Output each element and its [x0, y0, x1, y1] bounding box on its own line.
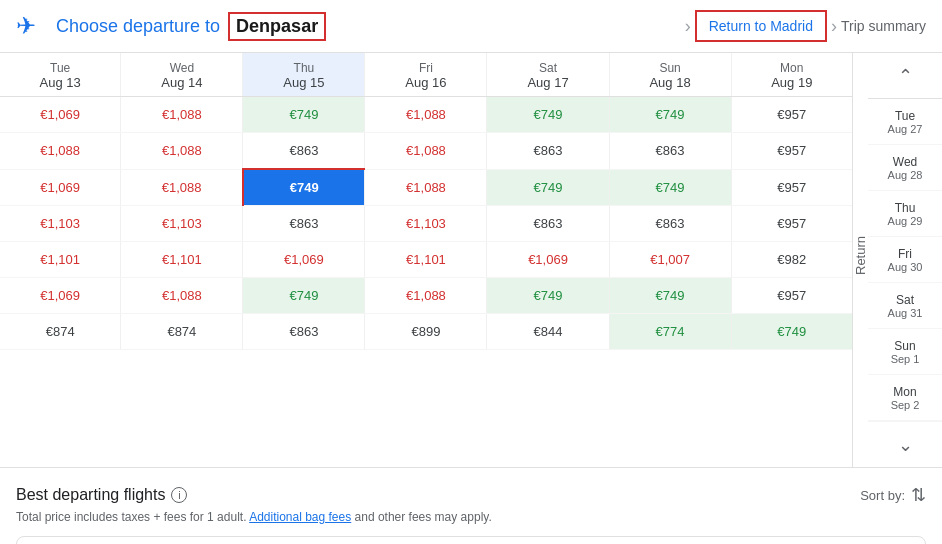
price-cell-0-3[interactable]: €1,088	[365, 97, 487, 133]
price-cell-5-2[interactable]: €749	[243, 278, 365, 314]
price-cell-2-0[interactable]: €1,069	[0, 169, 121, 206]
price-cell-4-1[interactable]: €1,101	[121, 242, 243, 278]
return-day-4: Sat	[896, 293, 914, 307]
destination-label: Denpasar	[228, 12, 326, 41]
price-cell-1-0[interactable]: €1,088	[0, 133, 121, 170]
price-cell-2-3[interactable]: €1,088	[365, 169, 487, 206]
col-date-2: Aug 15	[247, 75, 360, 90]
price-cell-5-3[interactable]: €1,088	[365, 278, 487, 314]
info-icon[interactable]: i	[171, 487, 187, 503]
price-row-4: €1,101€1,101€1,069€1,101€1,069€1,007€982	[0, 242, 852, 278]
bag-fees-link[interactable]: Additional bag fees	[249, 510, 351, 524]
price-cell-0-5[interactable]: €749	[609, 97, 731, 133]
return-date-1: Aug 28	[888, 169, 923, 181]
price-cell-6-4[interactable]: €844	[487, 314, 609, 350]
price-cell-2-1[interactable]: €1,088	[121, 169, 243, 206]
price-cell-3-4[interactable]: €863	[487, 206, 609, 242]
price-cell-5-6[interactable]: €957	[731, 278, 852, 314]
return-row-3[interactable]: FriAug 30	[868, 237, 942, 283]
price-grid-section: TueAug 13WedAug 14ThuAug 15FriAug 16SatA…	[0, 53, 942, 468]
col-date-1: Aug 14	[125, 75, 238, 90]
price-row-2: €1,069€1,088€749€1,088€749€749€957	[0, 169, 852, 206]
return-day-1: Wed	[893, 155, 917, 169]
price-cell-6-5[interactable]: €774	[609, 314, 731, 350]
return-day-6: Mon	[893, 385, 916, 399]
price-cell-3-5[interactable]: €863	[609, 206, 731, 242]
return-to-madrid-button[interactable]: Return to Madrid	[695, 10, 827, 42]
price-cell-5-4[interactable]: €749	[487, 278, 609, 314]
return-date-5: Sep 1	[891, 353, 920, 365]
grid-wrapper: TueAug 13WedAug 14ThuAug 15FriAug 16SatA…	[0, 53, 942, 467]
col-header-3[interactable]: FriAug 16	[365, 53, 487, 97]
price-cell-5-0[interactable]: €1,069	[0, 278, 121, 314]
col-header-4[interactable]: SatAug 17	[487, 53, 609, 97]
header-title: Choose departure to Denpasar	[56, 12, 673, 41]
return-day-3: Fri	[898, 247, 912, 261]
main-grid: TueAug 13WedAug 14ThuAug 15FriAug 16SatA…	[0, 53, 852, 467]
price-cell-4-0[interactable]: €1,101	[0, 242, 121, 278]
price-cell-0-4[interactable]: €749	[487, 97, 609, 133]
return-row-5[interactable]: SunSep 1	[868, 329, 942, 375]
return-row-6[interactable]: MonSep 2	[868, 375, 942, 421]
col-header-0[interactable]: TueAug 13	[0, 53, 121, 97]
price-cell-0-0[interactable]: €1,069	[0, 97, 121, 133]
col-day-2: Thu	[247, 61, 360, 75]
price-cell-1-3[interactable]: €1,088	[365, 133, 487, 170]
price-cell-1-5[interactable]: €863	[609, 133, 731, 170]
col-header-6[interactable]: MonAug 19	[731, 53, 852, 97]
price-cell-3-0[interactable]: €1,103	[0, 206, 121, 242]
col-header-2[interactable]: ThuAug 15	[243, 53, 365, 97]
price-cell-3-1[interactable]: €1,103	[121, 206, 243, 242]
price-cell-3-6[interactable]: €957	[731, 206, 852, 242]
price-cell-1-4[interactable]: €863	[487, 133, 609, 170]
return-row-2[interactable]: ThuAug 29	[868, 191, 942, 237]
return-date-3: Aug 30	[888, 261, 923, 273]
price-cell-2-6[interactable]: €957	[731, 169, 852, 206]
price-table: TueAug 13WedAug 14ThuAug 15FriAug 16SatA…	[0, 53, 852, 350]
price-cell-5-1[interactable]: €1,088	[121, 278, 243, 314]
subtitle-end: and other fees may apply.	[355, 510, 492, 524]
return-date-0: Aug 27	[888, 123, 923, 135]
price-cell-5-5[interactable]: €749	[609, 278, 731, 314]
return-row-4[interactable]: SatAug 31	[868, 283, 942, 329]
col-day-4: Sat	[491, 61, 604, 75]
price-cell-3-3[interactable]: €1,103	[365, 206, 487, 242]
sort-icon[interactable]: ⇅	[911, 484, 926, 506]
price-cell-4-2[interactable]: €1,069	[243, 242, 365, 278]
flight-card[interactable]: KE 8:00 PM – 12:10 AM+2 Korean Air 22h 1…	[16, 536, 926, 544]
col-date-0: Aug 13	[4, 75, 116, 90]
price-cell-4-3[interactable]: €1,101	[365, 242, 487, 278]
chevron-right-icon-2: ›	[831, 16, 837, 37]
col-header-5[interactable]: SunAug 18	[609, 53, 731, 97]
trip-summary-label[interactable]: Trip summary	[841, 18, 926, 34]
price-cell-6-6[interactable]: €749	[731, 314, 852, 350]
price-cell-1-1[interactable]: €1,088	[121, 133, 243, 170]
price-cell-6-1[interactable]: €874	[121, 314, 243, 350]
price-cell-0-6[interactable]: €957	[731, 97, 852, 133]
return-row-1[interactable]: WedAug 28	[868, 145, 942, 191]
price-cell-2-2[interactable]: €749	[243, 169, 365, 206]
flights-header: Best departing flights i Sort by: ⇅	[16, 484, 926, 506]
price-cell-1-2[interactable]: €863	[243, 133, 365, 170]
price-cell-4-6[interactable]: €982	[731, 242, 852, 278]
price-cell-6-0[interactable]: €874	[0, 314, 121, 350]
price-cell-0-2[interactable]: €749	[243, 97, 365, 133]
price-cell-4-4[interactable]: €1,069	[487, 242, 609, 278]
col-date-6: Aug 19	[736, 75, 848, 90]
price-cell-6-3[interactable]: €899	[365, 314, 487, 350]
return-day-2: Thu	[895, 201, 916, 215]
chevron-down-button[interactable]: ⌄	[896, 432, 915, 458]
price-cell-4-5[interactable]: €1,007	[609, 242, 731, 278]
price-cell-0-1[interactable]: €1,088	[121, 97, 243, 133]
col-day-5: Sun	[614, 61, 727, 75]
price-cell-2-5[interactable]: €749	[609, 169, 731, 206]
price-cell-6-2[interactable]: €863	[243, 314, 365, 350]
price-cell-3-2[interactable]: €863	[243, 206, 365, 242]
col-header-1[interactable]: WedAug 14	[121, 53, 243, 97]
flights-title: Best departing flights	[16, 486, 165, 504]
chevron-up-button[interactable]: ⌃	[896, 63, 915, 89]
price-row-1: €1,088€1,088€863€1,088€863€863€957	[0, 133, 852, 170]
return-row-0[interactable]: TueAug 27	[868, 99, 942, 145]
price-cell-2-4[interactable]: €749	[487, 169, 609, 206]
price-cell-1-6[interactable]: €957	[731, 133, 852, 170]
